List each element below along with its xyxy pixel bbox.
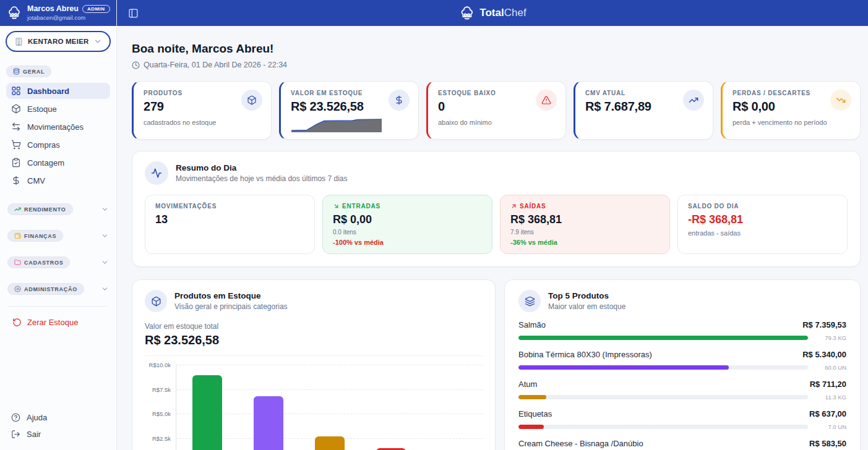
product-qty: 79.3 KG — [814, 334, 846, 341]
resumo-card-label: ENTRADAS — [342, 203, 380, 210]
package-icon — [241, 90, 262, 111]
page-title: Boa noite, Marcos Abreu! — [132, 42, 861, 56]
database-icon — [13, 68, 20, 75]
sidebar-group-cadastros[interactable]: CADASTROS — [6, 257, 110, 268]
sidebar-item-compras[interactable]: Compras — [6, 137, 110, 153]
section-badge-geral: GERAL — [6, 66, 51, 77]
trending-up-icon — [683, 90, 704, 111]
sidebar-item-contagem[interactable]: Contagem — [6, 155, 110, 171]
brand-text: TotalChef — [479, 7, 526, 19]
rotate-ccw-icon — [12, 318, 22, 327]
arrow-down-right-icon — [333, 203, 340, 210]
sidebar: Marcos Abreu ADMIN jotabacen@gmail.com K… — [0, 0, 117, 450]
resumo-card-items: 0.0 itens — [333, 229, 482, 236]
stats-row: PRODUTOS 279 cadastrados no estoque VALO… — [132, 81, 861, 140]
sidebar-divider — [9, 306, 108, 307]
sidebar-item-cmv[interactable]: CMV — [6, 172, 110, 189]
wallet-icon — [14, 232, 21, 239]
resumo-card-movimentacoes: MOVIMENTAÇÕES 13 — [145, 195, 315, 254]
dollar-icon — [11, 176, 21, 185]
resumo-card-delta: -36% vs média — [510, 239, 660, 246]
folder-icon — [14, 259, 21, 266]
sidebar-item-movimentacoes[interactable]: Movimentações — [6, 119, 110, 135]
section-badge-geral-label: GERAL — [23, 69, 45, 75]
resumo-card-value: R$ 0,00 — [333, 213, 482, 226]
stat-card-perdas: PERDAS / DESCARTES R$ 0,00 perda + venci… — [721, 81, 861, 140]
date-text: Quarta-Feira, 01 De Abril De 2026 - 22:3… — [144, 61, 287, 69]
chevron-down-icon — [101, 258, 109, 266]
dashboard-content: Boa noite, Marcos Abreu! Quarta-Feira, 0… — [117, 26, 868, 450]
group-label: ADMINISTRAÇÃO — [24, 286, 77, 292]
help-button[interactable]: Ajuda — [6, 409, 110, 426]
resumo-card-entradas: ENTRADAS R$ 0,00 0.0 itens -100% vs médi… — [322, 195, 492, 254]
product-value: R$ 5.340,00 — [802, 350, 846, 359]
stat-sub: abaixo do mínimo — [438, 119, 556, 126]
estoque-chart-panel: Produtos em Estoque Visão geral e princi… — [132, 279, 496, 450]
dollar-icon — [389, 90, 410, 111]
bar-column — [176, 365, 238, 450]
sidebar-item-label: Contagem — [27, 158, 64, 168]
arrow-up-right-icon — [510, 203, 517, 210]
top5-panel: Top 5 Produtos Maior valor em estoque Sa… — [504, 279, 861, 450]
bar-pescados — [192, 375, 222, 450]
zerar-estoque-button[interactable]: Zerar Estoque — [12, 318, 110, 327]
chart-y-axis: R$10.0k R$7.5k R$5.0k R$2.5k R$ 0,00 — [145, 365, 176, 450]
bar-japones — [315, 436, 345, 450]
resumo-card-delta: -100% vs média — [333, 239, 482, 246]
chevron-down-icon — [101, 285, 109, 293]
category-bar-chart: R$10.0k R$7.5k R$5.0k R$2.5k R$ 0,00 — [145, 365, 483, 450]
sidebar-footer: Ajuda Sair — [0, 409, 116, 450]
resumo-title: Resumo do Dia — [176, 163, 347, 172]
user-block: Marcos Abreu ADMIN jotabacen@gmail.com — [0, 0, 116, 26]
product-name: Cream Cheese - Bisnaga /Danúbio — [518, 439, 643, 448]
resumo-card-sub: entradas - saídas — [688, 229, 837, 237]
package-icon — [145, 290, 167, 312]
company-selector[interactable]: KENTARO MEIER — [6, 31, 111, 52]
top5-subtitle: Maior valor em estoque — [548, 302, 625, 311]
sidebar-item-label: Dashboard — [27, 87, 69, 96]
sidebar-toggle-button[interactable] — [128, 8, 139, 19]
sidebar-group-financas[interactable]: FINANÇAS — [6, 230, 110, 242]
bar-column — [299, 365, 360, 450]
transfer-arrows-icon — [11, 122, 21, 132]
sidebar-group-rendimento[interactable]: RENDIMENTO — [6, 203, 110, 215]
sidebar-nav: GERAL Dashboard Estoque — [0, 66, 116, 327]
product-value: R$ 583,50 — [809, 439, 846, 448]
estoque-panel-title: Produtos em Estoque — [174, 291, 288, 300]
product-value: R$ 637,00 — [809, 409, 846, 418]
product-qty: 11.3 KG — [814, 394, 846, 401]
bar-column — [360, 365, 421, 450]
trending-down-icon — [830, 90, 851, 111]
sidebar-item-dashboard[interactable]: Dashboard — [6, 83, 110, 99]
resumo-subtitle: Movimentações de hoje vs média dos últim… — [176, 174, 347, 183]
building-icon — [14, 37, 24, 46]
sidebar-group-administracao[interactable]: ADMINISTRAÇÃO — [6, 283, 110, 295]
y-tick: R$7.5k — [152, 386, 171, 393]
gear-icon — [14, 286, 21, 292]
progress-fill — [518, 425, 544, 429]
bottom-row: Produtos em Estoque Visão geral e princi… — [132, 279, 861, 450]
top5-row: Atum R$ 711,20 11.3 KG — [518, 380, 846, 401]
product-name: Atum — [518, 380, 537, 389]
progress-fill — [518, 365, 729, 370]
resumo-card-label: MOVIMENTAÇÕES — [155, 203, 304, 210]
progress-fill — [518, 395, 546, 399]
stock-value-sparkline — [291, 117, 385, 133]
layers-icon — [518, 290, 541, 312]
topbar: TotalChef — [117, 0, 868, 26]
company-name: KENTARO MEIER — [28, 38, 89, 45]
y-tick: R$2.5k — [152, 435, 171, 441]
top5-row: Salmão R$ 7.359,53 79.3 KG — [518, 320, 846, 341]
progress-track — [518, 425, 808, 429]
sidebar-item-label: Estoque — [27, 104, 57, 114]
resumo-card-value: R$ 368,81 — [510, 213, 660, 226]
logout-button[interactable]: Sair — [6, 426, 110, 443]
product-name: Salmão — [518, 320, 546, 329]
chart-plot-area — [176, 365, 483, 450]
stat-sub: perda + vencimento no período — [733, 119, 850, 126]
group-label: FINANÇAS — [24, 233, 56, 239]
divider — [145, 355, 483, 356]
sidebar-item-estoque[interactable]: Estoque — [6, 101, 110, 117]
brand-text-light: Chef — [504, 7, 526, 19]
chevron-down-icon — [101, 205, 109, 213]
